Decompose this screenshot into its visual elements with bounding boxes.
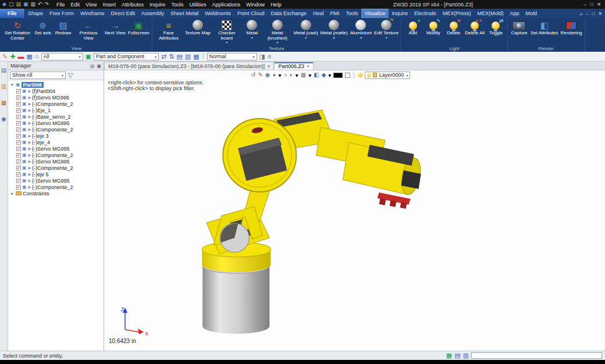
- ribbon-tab-free-form[interactable]: Free Form: [47, 9, 77, 18]
- visibility-checkbox[interactable]: ✓: [16, 153, 21, 158]
- ribbon-tab-mex-press[interactable]: MEX(Press): [440, 9, 475, 18]
- visibility-checkbox[interactable]: ✓: [16, 185, 21, 190]
- ribbon-tab-visualize[interactable]: Visualize: [361, 9, 389, 18]
- section-view-icon[interactable]: ◧: [314, 72, 319, 78]
- aluminium-button[interactable]: Aluminium▾: [349, 19, 373, 40]
- swap-pick-icon[interactable]: ⇄: [161, 53, 166, 60]
- visibility-checkbox[interactable]: ✓: [16, 166, 21, 170]
- modify-button[interactable]: Modify: [423, 19, 443, 36]
- ribbon-tab-app[interactable]: App: [507, 9, 522, 18]
- tree-constraints-item[interactable]: ▸Constraints: [8, 190, 104, 197]
- grid-snap-icon[interactable]: ▦: [26, 53, 32, 60]
- set-rotation-center-button[interactable]: ↻Set Rotation Center: [2, 19, 33, 41]
- document-tab[interactable]: Part006.Z3×: [274, 62, 314, 70]
- view-orientation-icon[interactable]: ◆: [322, 72, 326, 78]
- redo-icon[interactable]: ↷: [45, 2, 49, 7]
- tree-item[interactable]: ✓▣◆(-)Servo MG995: [8, 177, 104, 184]
- tree-item[interactable]: ✓▣◆(-)Componente_2: [8, 165, 104, 171]
- ribbon-tab-tools[interactable]: Tools: [343, 9, 361, 18]
- minimize-button[interactable]: –: [583, 2, 586, 7]
- visibility-checkbox[interactable]: ✓: [16, 127, 21, 132]
- table-view-icon[interactable]: ▦: [193, 53, 199, 60]
- visibility-checkbox[interactable]: ✓: [16, 121, 21, 126]
- metal-cast-button[interactable]: Metal (cast)▾: [293, 19, 319, 40]
- redraw-button[interactable]: ▨Redraw: [53, 19, 73, 36]
- ribbon-tab-sheet-metal[interactable]: Sheet Metal: [168, 9, 202, 18]
- add-pick-icon[interactable]: ✚: [10, 53, 15, 60]
- visibility-checkbox[interactable]: ✓: [16, 179, 21, 183]
- visibility-checkbox[interactable]: ✓: [16, 172, 21, 177]
- undo-icon[interactable]: ↶: [38, 2, 42, 7]
- checker-board-button[interactable]: Checker board▾: [212, 19, 242, 44]
- table-toggle-icon[interactable]: ▦: [446, 352, 452, 359]
- role-panel-icon[interactable]: ◉: [1, 116, 6, 122]
- ribbon-tab-heal[interactable]: Heal: [310, 9, 328, 18]
- tree-item[interactable]: ✓▣◆(f)Part004: [8, 88, 104, 94]
- app-icon[interactable]: ◆: [2, 2, 6, 7]
- rendering-button[interactable]: Rendering: [560, 19, 583, 36]
- grid-display-icon[interactable]: ▦: [301, 72, 306, 78]
- capture-button[interactable]: Capture: [509, 19, 529, 36]
- save-icon[interactable]: ▣: [23, 2, 29, 7]
- tree-item[interactable]: ✓▣◆(-)Componente_2: [8, 152, 104, 158]
- toggle-button[interactable]: Toggle: [486, 19, 506, 36]
- new-file-icon[interactable]: ▢: [9, 2, 14, 7]
- layer-dropdown[interactable]: Layer0000▾: [365, 72, 410, 79]
- pick-scope-dropdown[interactable]: Part and Component▾: [94, 53, 159, 60]
- menu-utilities[interactable]: Utilities: [187, 2, 209, 8]
- status-input[interactable]: [471, 352, 602, 359]
- visibility-checkbox[interactable]: ✓: [16, 108, 21, 113]
- reset-view-icon[interactable]: ↺: [251, 72, 255, 78]
- tree-item[interactable]: ✓▣◆(-)Servo MG995: [8, 158, 104, 165]
- tree-item[interactable]: ✓▣◆(-)Componente_2: [8, 184, 104, 190]
- library-panel-icon[interactable]: ▦: [1, 100, 6, 106]
- visibility-checkbox[interactable]: ✓: [16, 147, 21, 151]
- light-toggle-icon[interactable]: [358, 73, 362, 77]
- restore-child-button[interactable]: □: [592, 11, 595, 16]
- filter-options-icon[interactable]: ▽: [68, 72, 73, 78]
- set-attributes-button[interactable]: ◧Set Attributes: [529, 19, 560, 36]
- ribbon-tab-pmi[interactable]: PMI: [327, 9, 343, 18]
- viewport-3d[interactable]: ↺✎◉●▾○◐▾▦▾◧◆▾Layer0000▾ <right-click> fo…: [104, 70, 605, 351]
- detail-view-icon[interactable]: ▥: [185, 53, 191, 60]
- tree-item[interactable]: ✓▣◆(-)Componente_2: [8, 101, 104, 107]
- entity-filter-dropdown[interactable]: All▾: [41, 53, 83, 60]
- face-attributes-button[interactable]: ≡Face Attributes: [154, 19, 184, 41]
- shade-mode-icon[interactable]: ●: [273, 72, 276, 78]
- metal-matte-button[interactable]: Metal (matte)▾: [319, 19, 349, 40]
- circle-snap-icon[interactable]: ○: [35, 53, 39, 60]
- tree-item[interactable]: ✓▣◆(-)Servo MG995: [8, 120, 104, 126]
- tree-item[interactable]: ✓▣◆(-)Servo MG995: [8, 145, 104, 152]
- ribbon-tab-mold[interactable]: Mold: [522, 9, 540, 18]
- document-tab[interactable]: M19-076-00 (para Simulacion).Z3 - [M19-0…: [104, 62, 274, 70]
- delete-button[interactable]: Delete: [443, 19, 464, 36]
- texture-map-button[interactable]: Texture Map: [184, 19, 212, 36]
- maximize-button[interactable]: □: [590, 2, 593, 7]
- menu-attributes[interactable]: Attributes: [119, 2, 147, 8]
- menu-window[interactable]: Window: [243, 2, 268, 8]
- expander-icon[interactable]: ▾: [10, 83, 15, 87]
- ribbon-tab-point-cloud[interactable]: Point Cloud: [234, 9, 268, 18]
- tree-item[interactable]: ✓▣◆(-)Eje_1: [8, 107, 104, 113]
- tree-item[interactable]: ✓▣◆(-)Base_servo_2: [8, 113, 104, 120]
- close-button[interactable]: ✕: [597, 2, 601, 7]
- menu-edit[interactable]: Edit: [68, 2, 83, 8]
- paint-mode-icon[interactable]: ✎: [258, 72, 262, 78]
- list-view-icon[interactable]: ▤: [176, 53, 182, 60]
- style-button[interactable]: ▵: [580, 11, 582, 16]
- snap-mode-dropdown[interactable]: Normal▾: [207, 53, 257, 60]
- ribbon-tab-shape[interactable]: Shape: [25, 9, 47, 18]
- ribbon-tab-direct-edit[interactable]: Direct Edit: [108, 9, 138, 18]
- menu-view[interactable]: View: [83, 2, 99, 8]
- eye-icon[interactable]: ◉: [265, 72, 271, 78]
- visibility-checkbox[interactable]: ✓: [16, 115, 21, 119]
- tree-item[interactable]: ✓▣◆(-)Componente_2: [8, 126, 104, 133]
- visibility-checkbox[interactable]: ✓: [16, 159, 21, 164]
- menu-insert[interactable]: Insert: [99, 2, 119, 8]
- manager-panel-icon[interactable]: ▤: [1, 67, 6, 73]
- ribbon-tab-electrode[interactable]: Electrode: [411, 9, 440, 18]
- print-icon[interactable]: ▥: [30, 2, 35, 7]
- visibility-checkbox[interactable]: ✓: [16, 95, 21, 100]
- ribbon-tab-inquire[interactable]: Inquire: [389, 9, 411, 18]
- minimize-child-button[interactable]: –: [586, 11, 588, 16]
